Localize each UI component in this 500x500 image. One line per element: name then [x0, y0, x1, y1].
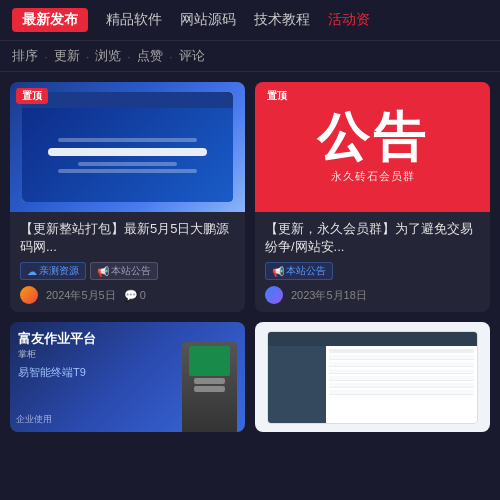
sub-nav: 排序 · 更新 · 浏览 · 点赞 · 评论 — [0, 41, 500, 72]
table-row-1 — [329, 349, 474, 353]
bottom-row: 富友作业平台 掌柜 易智能终端T9 企业使用 — [0, 322, 500, 442]
card-3-brand-sub: 掌柜 — [18, 348, 96, 361]
subnav-sep2: · — [86, 49, 90, 64]
card-2-thumb-title: 公告 — [317, 111, 429, 163]
tag-notice-icon: 📢 — [97, 266, 109, 277]
card-1-comments: 💬 0 — [124, 289, 146, 302]
comment-icon: 💬 — [124, 289, 138, 302]
card-1-content — [22, 108, 234, 203]
deco-searchbar — [48, 148, 208, 156]
table-row-5 — [329, 376, 474, 381]
card-1-tags: ☁ 亲测资源 📢 本站公告 — [20, 262, 235, 280]
table-row-4 — [329, 369, 474, 374]
card-2-pin: 置顶 — [261, 88, 293, 104]
machine-screen — [189, 346, 230, 376]
card-4-content — [268, 346, 478, 424]
card-1-title: 【更新整站打包】最新5月5日大鹏源码网... — [20, 220, 235, 256]
subnav-like[interactable]: 点赞 — [137, 47, 163, 65]
tag-notice: 📢 本站公告 — [90, 262, 158, 280]
card-4-inner — [267, 331, 479, 425]
nav-item-premium[interactable]: 精品软件 — [106, 11, 162, 29]
card-4-topbar — [268, 332, 478, 346]
card-3-machine — [182, 342, 237, 432]
card-1-avatar — [20, 286, 38, 304]
table-row-2 — [329, 355, 474, 360]
card-4-thumb — [255, 322, 490, 432]
top-nav: 最新发布 精品软件 网站源码 技术教程 活动资 — [0, 0, 500, 41]
card-3-thumb: 富友作业平台 掌柜 易智能终端T9 企业使用 — [10, 322, 245, 432]
nav-item-source[interactable]: 网站源码 — [180, 11, 236, 29]
card-1-thumb: 置顶 — [10, 82, 245, 212]
nav-item-tutorial[interactable]: 技术教程 — [254, 11, 310, 29]
card-1[interactable]: 置顶 【更新整站打包】最新5月5日大鹏源码网... ☁ — [10, 82, 245, 312]
card-1-comment-count: 0 — [140, 289, 146, 301]
tag-notice-label: 本站公告 — [111, 264, 151, 278]
card-1-pin: 置顶 — [16, 88, 48, 104]
card-1-bar — [22, 92, 234, 108]
deco-line2 — [58, 169, 198, 173]
subnav-sort[interactable]: 排序 — [12, 47, 38, 65]
deco-line-short — [78, 162, 178, 166]
nav-item-latest[interactable]: 最新发布 — [12, 8, 88, 32]
card-4[interactable] — [255, 322, 490, 432]
card-3-brand-name: 富友作业平台 — [18, 330, 96, 348]
table-row-6 — [329, 383, 474, 388]
card-1-date: 2024年5月5日 — [46, 288, 116, 303]
card-2-body: 【更新，永久会员群】为了避免交易纷争/网站安... 📢 本站公告 2023年5月… — [255, 212, 490, 312]
subnav-sep4: · — [169, 49, 173, 64]
table-row-3 — [329, 362, 474, 367]
deco-line — [58, 138, 198, 142]
tag-notice-2-icon: 📢 — [272, 266, 284, 277]
card-2-thumb: 置顶 公告 永久砖石会员群 — [255, 82, 490, 212]
card-2-date: 2023年5月18日 — [291, 288, 367, 303]
nav-item-activity[interactable]: 活动资 — [328, 11, 370, 29]
subnav-sep3: · — [127, 49, 131, 64]
tag-source-label: 亲测资源 — [39, 264, 79, 278]
card-2-meta: 2023年5月18日 — [265, 286, 480, 304]
card-4-sidebar — [268, 346, 327, 424]
card-2-tags: 📢 本站公告 — [265, 262, 480, 280]
card-1-body: 【更新整站打包】最新5月5日大鹏源码网... ☁ 亲测资源 📢 本站公告 202… — [10, 212, 245, 312]
card-1-meta: 2024年5月5日 💬 0 — [20, 286, 235, 304]
card-4-main — [326, 346, 477, 424]
subnav-sep1: · — [44, 49, 48, 64]
tag-notice-2-label: 本站公告 — [286, 264, 326, 278]
card-2[interactable]: 置顶 公告 永久砖石会员群 【更新，永久会员群】为了避免交易纷争/网站安... … — [255, 82, 490, 312]
card-3[interactable]: 富友作业平台 掌柜 易智能终端T9 企业使用 — [10, 322, 245, 432]
card-2-title: 【更新，永久会员群】为了避免交易纷争/网站安... — [265, 220, 480, 256]
tag-source-icon: ☁ — [27, 266, 37, 277]
machine-btn — [194, 378, 225, 384]
subnav-update[interactable]: 更新 — [54, 47, 80, 65]
subnav-comment[interactable]: 评论 — [179, 47, 205, 65]
card-3-machine-label: 易智能终端T9 — [18, 365, 96, 380]
card-2-thumb-sub: 永久砖石会员群 — [331, 169, 415, 184]
card-4-bg — [255, 322, 490, 432]
card-3-brand: 富友作业平台 掌柜 易智能终端T9 — [18, 330, 96, 380]
card-1-thumb-inner — [22, 92, 234, 203]
table-row-7 — [329, 390, 474, 395]
card-2-avatar — [265, 286, 283, 304]
tag-notice-2: 📢 本站公告 — [265, 262, 333, 280]
card-3-badge: 企业使用 — [16, 413, 52, 426]
tag-source: ☁ 亲测资源 — [20, 262, 86, 280]
machine-btn2 — [194, 386, 225, 392]
subnav-browse[interactable]: 浏览 — [95, 47, 121, 65]
card-grid: 置顶 【更新整站打包】最新5月5日大鹏源码网... ☁ — [0, 72, 500, 322]
